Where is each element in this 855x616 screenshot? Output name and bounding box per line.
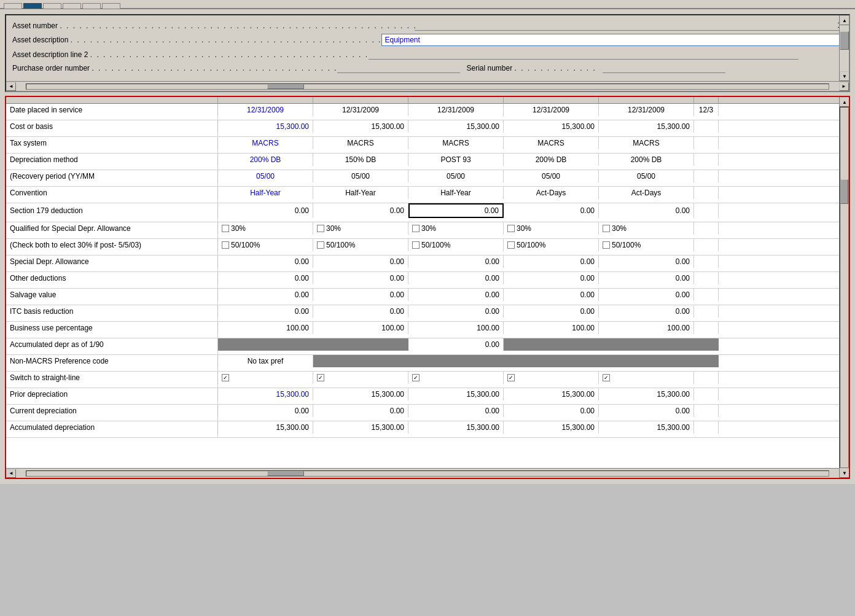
row-cell[interactable] <box>218 372 313 384</box>
row-cell <box>694 137 719 149</box>
row-cell: 15,300.00 <box>599 120 694 133</box>
col-header-book <box>504 97 599 103</box>
row-cell[interactable]: 50/100% <box>313 239 408 251</box>
depr-h-track <box>26 470 829 477</box>
row-cell: 200% DB <box>599 154 694 166</box>
tab-disposal[interactable] <box>43 3 61 9</box>
row-cell[interactable]: 50/100% <box>599 239 694 251</box>
checkbox-checked[interactable] <box>412 374 420 381</box>
extra-cell <box>6 284 218 288</box>
extra-cell <box>6 301 218 305</box>
row-cell: 0.00 <box>313 255 408 268</box>
depr-scroll-up[interactable]: ▲ <box>840 97 849 107</box>
row-label: Convention <box>6 187 218 199</box>
scroll-right-btn[interactable]: ► <box>839 82 849 91</box>
checkbox-checked[interactable] <box>507 374 515 381</box>
row-cell[interactable]: 50/100% <box>504 239 599 251</box>
row-label: Section 179 deduction <box>6 203 218 218</box>
asset-description-input[interactable]: Equipment <box>381 34 843 46</box>
row-label: Other deductions <box>6 272 218 284</box>
tab-projection[interactable] <box>63 3 81 9</box>
row-cell[interactable] <box>504 372 599 384</box>
row-cell: 15,300.00 <box>408 120 504 133</box>
checkbox[interactable] <box>317 241 324 249</box>
tab-schedule[interactable] <box>4 3 22 9</box>
row-cell: 0.00 <box>599 255 694 268</box>
row-cell[interactable] <box>313 372 408 384</box>
row-cell: 0.00 <box>599 405 694 417</box>
checkbox-checked[interactable] <box>603 374 610 381</box>
depr-h-thumb[interactable] <box>267 471 304 476</box>
row-cell: MACRS <box>313 137 408 149</box>
col-header-extra <box>694 97 719 103</box>
scroll-down-btn[interactable]: ▼ <box>840 71 849 81</box>
table-row: (Recovery period (YY/MM05/0005/0005/0005… <box>6 170 849 187</box>
row-cell: 05/00 <box>313 170 408 182</box>
row-label: Cost or basis <box>6 120 218 133</box>
row-cell: 100.00 <box>218 322 313 334</box>
serial-number-input[interactable] <box>603 63 725 73</box>
row-cell: 05/00 <box>408 170 504 182</box>
depr-v-thumb[interactable] <box>840 179 848 204</box>
row-cell: 12/31/2009 <box>504 104 599 116</box>
asset-description2-input[interactable] <box>369 49 798 60</box>
row-cell: 0.00 <box>504 272 599 284</box>
checkbox[interactable] <box>412 225 420 232</box>
scroll-left-btn[interactable]: ◄ <box>6 82 16 91</box>
depr-right-scrollbar[interactable]: ▲ ▼ <box>839 97 849 478</box>
asset-number-input[interactable] <box>415 20 843 31</box>
row-cell <box>313 338 408 351</box>
checkbox[interactable] <box>603 225 610 232</box>
col-header-federal <box>218 97 313 103</box>
extra-cell <box>6 384 218 388</box>
depr-scroll-down[interactable]: ▼ <box>840 468 849 478</box>
scroll-up-btn[interactable]: ▲ <box>840 15 849 25</box>
row-cell: 15,300.00 <box>504 421 599 434</box>
depr-scroll-left[interactable]: ◄ <box>6 469 16 478</box>
row-cell[interactable]: 50/100% <box>408 239 504 251</box>
row-cell <box>408 355 504 367</box>
row-cell <box>599 338 694 351</box>
row-cell <box>694 338 719 351</box>
row-cell: 100.00 <box>408 322 504 334</box>
row-cell: 0.00 <box>218 305 313 318</box>
row-cell[interactable]: 30% <box>408 222 504 235</box>
checkbox[interactable] <box>412 241 420 249</box>
row-cell[interactable] <box>599 372 694 384</box>
row-label: Non-MACRS Preference code <box>6 355 218 367</box>
tab-notes[interactable] <box>82 3 101 9</box>
checkbox[interactable] <box>507 241 515 249</box>
extra-cell <box>6 400 218 404</box>
row-cell: 100.00 <box>599 322 694 334</box>
table-row: ITC basis reduction0.000.000.000.000.00 <box>6 305 849 322</box>
checkbox[interactable] <box>603 241 610 249</box>
checkbox[interactable] <box>507 225 515 232</box>
row-cell: 0.00 <box>313 203 408 218</box>
scroll-track <box>840 25 849 71</box>
row-cell[interactable]: 30% <box>504 222 599 235</box>
row-cell <box>694 203 719 218</box>
row-cell[interactable]: 50/100% <box>218 239 313 251</box>
asset-info-wrapper: Asset number . . . . . . . . . . . . . .… <box>5 14 850 92</box>
row-cell[interactable]: 0.00 <box>408 203 504 218</box>
purchase-order-input[interactable] <box>337 63 460 73</box>
row-cell: Act-Days <box>599 187 694 199</box>
checkbox[interactable] <box>317 225 324 232</box>
checkbox-checked[interactable] <box>317 374 324 381</box>
h-scroll-thumb[interactable] <box>267 84 304 89</box>
row-cell[interactable]: 30% <box>218 222 313 235</box>
tab-asset[interactable] <box>23 3 42 9</box>
scroll-thumb[interactable] <box>840 31 849 50</box>
h-scroll-track <box>26 84 829 90</box>
row-label: Current depreciation <box>6 405 218 417</box>
row-cell[interactable]: 30% <box>313 222 408 235</box>
row-cell[interactable]: 30% <box>599 222 694 235</box>
row-cell: 15,300.00 <box>313 421 408 434</box>
row-cell[interactable] <box>408 372 504 384</box>
top-panel-right-scrollbar[interactable]: ▲ ▼ <box>839 15 849 81</box>
checkbox[interactable] <box>222 225 229 232</box>
check-label: 30% <box>231 224 246 233</box>
checkbox[interactable] <box>222 241 229 249</box>
checkbox-checked[interactable] <box>222 374 229 381</box>
tab-calendar[interactable] <box>102 3 120 9</box>
